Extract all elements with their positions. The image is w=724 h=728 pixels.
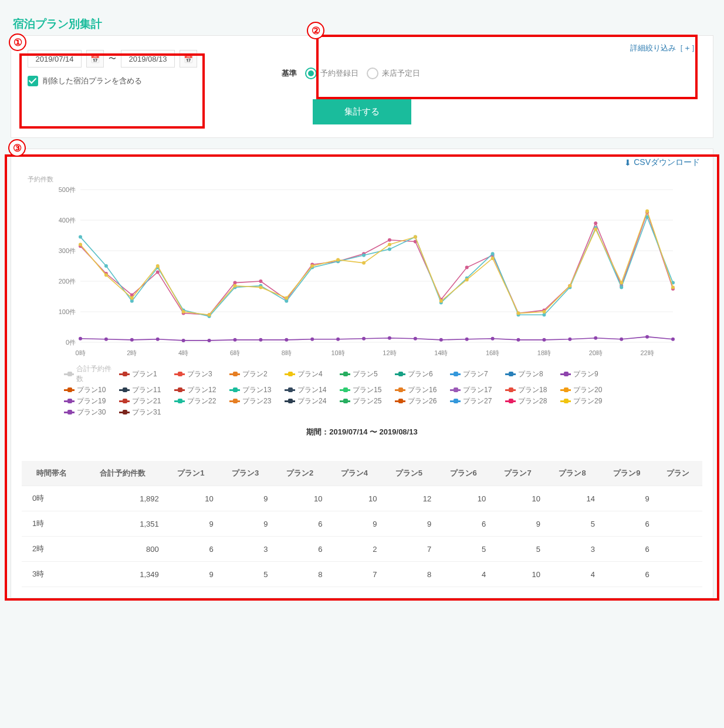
legend-item[interactable]: プラン18 (505, 385, 558, 395)
period-label: 期間：2019/07/14 〜 2019/08/13 (22, 427, 702, 437)
legend-swatch (64, 389, 75, 391)
legend-item[interactable]: プラン21 (119, 396, 172, 406)
legend-label: プラン3 (187, 369, 212, 379)
svg-point-69 (620, 285, 623, 289)
legend-item[interactable]: プラン8 (505, 364, 558, 384)
table-cell: 5 (490, 537, 545, 562)
svg-text:400件: 400件 (59, 217, 76, 224)
date-from-input[interactable] (28, 50, 82, 68)
checkbox-icon (28, 76, 38, 86)
legend-label: プラン22 (187, 396, 216, 406)
calendar-icon[interactable]: 📅 (86, 50, 104, 68)
legend-item[interactable]: プラン15 (340, 385, 393, 395)
legend-item[interactable]: プラン6 (395, 364, 448, 384)
table-cell (654, 486, 702, 511)
legend-item[interactable]: プラン20 (560, 385, 613, 395)
table-cell: 1,892 (82, 486, 164, 511)
svg-point-82 (336, 258, 340, 262)
svg-point-105 (310, 338, 314, 341)
legend-swatch (174, 389, 185, 391)
legend-item[interactable]: プラン25 (340, 396, 393, 406)
table-header: プラン6 (436, 461, 490, 486)
legend-item[interactable]: プラン27 (450, 396, 503, 406)
svg-point-60 (388, 247, 391, 251)
svg-text:20時: 20時 (589, 349, 603, 356)
svg-point-90 (542, 310, 546, 314)
legend-item[interactable]: プラン10 (64, 385, 117, 395)
table-cell: 14 (545, 486, 600, 511)
legend-item[interactable]: プラン11 (119, 385, 172, 395)
svg-text:8時: 8時 (282, 349, 292, 356)
date-to-input[interactable] (121, 50, 175, 68)
result-panel: ⬇ CSVダウンロード 予約件数 0件100件200件300件400件500件0… (11, 149, 713, 598)
legend-item[interactable]: プラン22 (174, 396, 227, 406)
chart: 予約件数 0件100件200件300件400件500件0時2時4時6時8時10時… (22, 175, 702, 437)
legend-item[interactable]: プラン3 (174, 364, 227, 384)
legend-item[interactable]: 合計予約件数 (64, 364, 117, 384)
legend-label: プラン30 (77, 407, 106, 417)
legend-item[interactable]: プラン24 (285, 396, 337, 406)
legend-item[interactable]: プラン7 (450, 364, 503, 384)
aggregate-button[interactable]: 集計する (313, 99, 411, 124)
legend-item[interactable]: プラン5 (340, 364, 393, 384)
svg-point-99 (156, 338, 160, 341)
svg-point-80 (285, 296, 288, 300)
legend-swatch (64, 373, 74, 375)
radio-visit-date[interactable]: 来店予定日 (367, 68, 420, 79)
legend-item[interactable]: プラン9 (560, 364, 613, 384)
svg-text:10時: 10時 (331, 349, 345, 356)
legend-item[interactable]: プラン26 (395, 396, 448, 406)
legend-item[interactable]: プラン28 (505, 396, 558, 406)
legend-item[interactable]: プラン23 (229, 396, 282, 406)
svg-point-84 (388, 243, 391, 247)
table-header: プラン2 (273, 461, 327, 486)
svg-point-59 (362, 254, 366, 257)
svg-point-49 (104, 264, 108, 268)
svg-point-109 (414, 337, 417, 341)
legend-item[interactable]: プラン2 (229, 364, 282, 384)
svg-point-87 (465, 278, 469, 281)
legend-item[interactable]: プラン29 (560, 396, 613, 406)
legend-item[interactable]: プラン14 (285, 385, 337, 395)
svg-point-56 (285, 299, 288, 303)
legend-swatch (174, 373, 185, 375)
checkbox-label: 削除した宿泊プランを含める (43, 76, 142, 86)
svg-point-83 (362, 261, 366, 265)
legend-item[interactable]: プラン17 (450, 385, 503, 395)
legend-swatch (229, 389, 240, 391)
svg-point-115 (568, 338, 571, 341)
legend-swatch (450, 389, 461, 391)
csv-download-link[interactable]: ⬇ CSVダウンロード (624, 157, 700, 168)
table-header: 時間帯名 (22, 461, 82, 486)
legend-item[interactable]: プラン31 (119, 407, 172, 417)
include-deleted-checkbox[interactable]: 削除した宿泊プランを含める (28, 76, 197, 86)
svg-text:4時: 4時 (178, 349, 188, 356)
table-header: プラン4 (327, 461, 381, 486)
page-title: 宿泊プラン別集計 (0, 0, 724, 35)
svg-point-86 (439, 299, 443, 303)
svg-point-77 (208, 313, 211, 316)
legend-swatch (395, 373, 405, 375)
legend-swatch (64, 412, 75, 413)
advanced-filter-link[interactable]: 詳細絞り込み［＋］ (630, 43, 699, 53)
legend-item[interactable]: プラン13 (229, 385, 282, 395)
legend-item[interactable]: プラン1 (119, 364, 172, 384)
legend-label: プラン6 (408, 369, 433, 379)
legend-item[interactable]: プラン30 (64, 407, 117, 417)
date-range: 📅 〜 📅 (28, 50, 197, 68)
radio-registration-date[interactable]: 予約登録日 (305, 68, 358, 79)
legend-swatch (560, 373, 571, 375)
svg-point-48 (79, 235, 82, 239)
calendar-icon[interactable]: 📅 (180, 50, 197, 68)
legend-label: プラン29 (573, 396, 602, 406)
legend-item[interactable]: プラン4 (285, 364, 337, 384)
table-cell: 9 (490, 511, 545, 537)
legend-swatch (450, 400, 461, 402)
table-header: プラン1 (164, 461, 218, 486)
legend-item[interactable]: プラン19 (64, 396, 117, 406)
legend-item[interactable]: プラン16 (395, 385, 448, 395)
svg-text:16時: 16時 (486, 349, 499, 356)
legend-item[interactable]: プラン12 (174, 385, 227, 395)
svg-point-72 (79, 243, 82, 247)
legend-swatch (64, 400, 75, 402)
